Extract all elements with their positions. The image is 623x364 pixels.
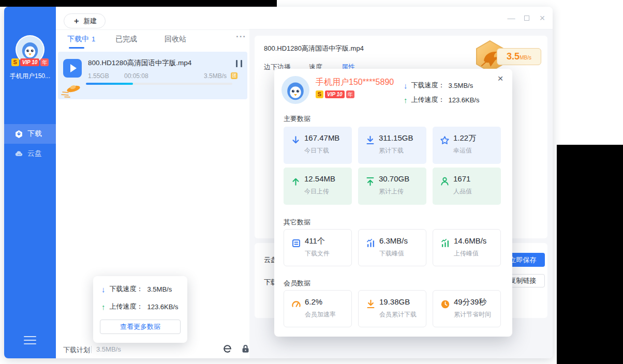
stat-value: 49分39秒 [454,297,486,307]
stat-value: 411个 [305,236,325,246]
star-icon [440,135,450,145]
detail-file-title: 800.HD1280高清国语中字版.mp4 [264,44,364,53]
new-task-button[interactable]: ＋ 新建 [64,13,106,28]
view-more-data-button[interactable]: 查看更多数据 [100,320,181,334]
total-upload-card: 30.70GB 累计上传 [358,168,426,205]
member-accel-card: 6.2% 会员加速率 [284,290,352,327]
stat-value: 30.70GB [379,174,409,183]
black-right-rect [557,145,623,364]
close-window-button[interactable]: × [536,12,548,24]
upload-speed-label: 上传速度： [411,95,445,104]
maximize-button[interactable] [521,12,533,24]
saved-time-card: 49分39秒 累计节省时间 [433,290,501,327]
plaque-speed-value: 3.5 [507,51,520,62]
screen: S VIP 10 年 手机用户150... 下载 云盘 ＋ 新建 [0,0,623,364]
pause-button[interactable] [236,60,242,67]
plaque-speed-unit: MB/s [520,55,531,60]
play-button[interactable] [63,59,82,78]
close-popup-icon[interactable]: × [494,72,507,85]
popup-username: 手机用户150****5890 [316,77,394,88]
today-download-card: 167.47MB 今日下载 [284,127,352,164]
stat-label: 今日下载 [304,146,329,155]
vip-level-badge: VIP 10 [325,90,345,98]
flying-saucer-icon [61,83,83,98]
arrow-down-icon: ↓ [404,81,408,90]
person-icon [440,176,450,186]
browser-e-icon[interactable] [222,344,232,354]
tab-count: 1 [92,35,95,43]
arrow-up-icon: ↑ [404,96,408,104]
section-title-main: 主要数据 [284,114,310,124]
arrow-down-to-bar-icon [366,299,376,309]
penguin-avatar-icon [281,76,309,104]
download-speed-label: 下载速度： [110,284,143,294]
arrow-down-icon: ↓ [101,285,106,294]
download-speed-value: 3.5MB/s [449,82,473,89]
sidebar-item-label: 下载 [27,129,42,139]
speed-popup: ↓ 下载速度： 3.5MB/s ↑ 上传速度： 123.6KB/s 查看更多数据 [93,276,187,343]
new-task-label: 新建 [83,17,97,26]
sidebar-vip-badge[interactable]: S VIP 10 年 [4,58,56,66]
stat-label: 人品值 [453,187,472,196]
stat-label: 今日上传 [304,187,329,196]
stat-value: 167.47MB [304,133,339,142]
speed-plaque: 3.5MB/s [497,48,541,65]
arrow-down-icon [291,135,301,145]
stat-label: 下载峰值 [379,249,404,258]
arrow-up-icon [291,176,301,186]
download-hexagon-icon [14,130,23,139]
tab-downloading[interactable]: 下载中1 [67,35,95,44]
svip-icon: S [316,90,323,98]
minimize-button[interactable]: — [505,12,517,24]
download-speed-label: 下载速度： [411,81,445,90]
vip-level-badge: VIP 10 [20,58,40,66]
sidebar-item-label: 云盘 [27,149,42,158]
stat-value: 311.15GB [379,133,413,142]
download-speed-value: 3.5MB/s [147,285,172,293]
download-plan-label[interactable]: 下载计划 [63,345,90,355]
active-tab-underline [69,47,84,49]
bar-chart-icon [366,238,376,248]
popup-download-speed-row: ↓ 下载速度： 3.5MB/s [404,81,473,90]
vip-year-badge: 年 [40,58,49,66]
stat-label: 下载文件 [305,249,330,258]
task-time: 00:05:08 [124,72,149,80]
stat-label: 累计下载 [379,146,404,155]
upload-peak-card: 14.6MB/s 上传峰值 [433,229,501,266]
tab-completed[interactable]: 已完成 [115,35,137,44]
task-title: 800.HD1280高清国语中字版.mp4 [88,58,224,68]
stat-value: 6.3MB/s [379,236,408,245]
stat-value: 1.22万 [453,133,476,143]
upload-speed-value: 123.6KB/s [147,303,179,311]
clock-icon [440,299,450,309]
sidebar-username[interactable]: 手机用户150... [4,72,56,81]
bar-chart-icon [440,238,450,248]
tab-trash[interactable]: 回收站 [165,35,186,44]
progress-bar [86,83,232,85]
black-top-strip [0,0,277,7]
file-list-icon [291,238,301,248]
total-download-card: 311.15GB 累计下载 [358,127,426,164]
section-title-member: 会员数据 [284,279,310,288]
popup-upload-speed-row: ↑ 上传速度： 123.6KB/s [404,95,480,104]
upload-speed-label: 上传速度： [110,302,143,311]
more-tabs-icon[interactable]: ··· [236,32,246,42]
sidebar-item-download[interactable]: 下载 [4,124,56,144]
stat-value: 1671 [453,174,470,183]
download-task-row[interactable]: 800.HD1280高清国语中字版.mp4 1.55GB 00:05:08 3.… [58,52,247,99]
menu-hamburger-icon[interactable] [24,333,36,347]
stat-label: 会员加速率 [305,310,336,319]
gauge-icon [291,299,301,309]
progress-fill [86,83,133,85]
karma-value-card: 1671 人品值 [433,168,501,205]
stat-value: 14.6MB/s [454,236,486,245]
section-title-other: 其它数据 [284,218,310,227]
sidebar-item-cloud[interactable]: 云盘 [4,144,56,163]
arrow-up-to-bar-icon [365,176,375,186]
task-size: 1.55GB [88,72,109,80]
stat-label: 幸运值 [453,146,472,155]
divider [56,29,249,30]
sidebar: S VIP 10 年 手机用户150... 下载 云盘 [4,7,56,358]
stat-value: 19.38GB [379,297,410,306]
member-total-download-card: 19.38GB 会员累计下载 [358,290,426,327]
